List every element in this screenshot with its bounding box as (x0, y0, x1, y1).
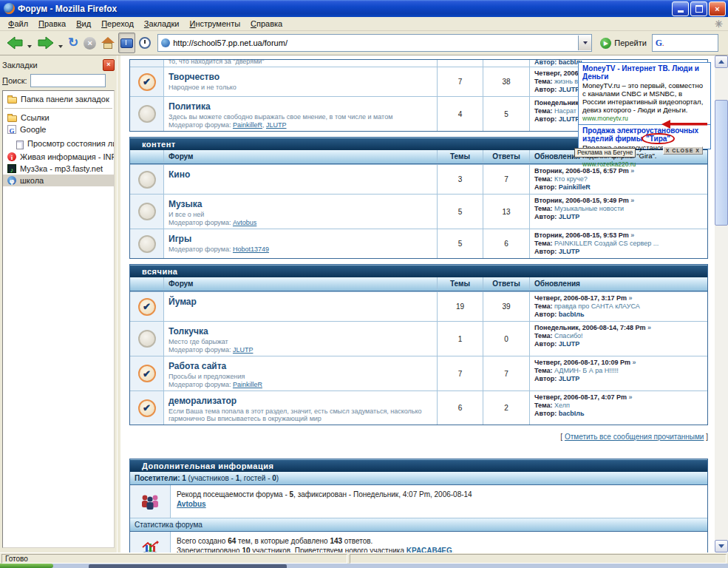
forum-status-icon (138, 365, 156, 382)
moderator-link[interactable]: Avtobus (233, 219, 256, 226)
bookmark-icon (7, 125, 16, 134)
forum-description: Место где барыжат (169, 338, 432, 345)
bookmarks-sidebar-button[interactable] (118, 33, 135, 53)
scroll-down-arrow[interactable] (715, 540, 728, 552)
bookmarks-list: Папка панели закладок Ссылки Google Прос… (2, 90, 115, 548)
taskbar-window-button[interactable] (89, 564, 287, 568)
column-icon-spacer (130, 150, 163, 163)
menu-item[interactable]: Инструменты (184, 18, 245, 30)
begun-provider-label[interactable]: Реклама на Бегуне (574, 148, 636, 158)
reload-icon: ↻ (68, 36, 78, 50)
home-icon (101, 37, 115, 49)
forum-description: Просьбы и предложения (169, 373, 432, 380)
forum-link[interactable]: Игры (169, 234, 191, 244)
menu-bar: Файл Правка Вид Переход Закладки Инструм… (0, 17, 728, 31)
bookmark-item[interactable]: школа (3, 175, 114, 186)
forum-link[interactable]: Толкучка (169, 326, 208, 337)
forum-row: Кино Модератор форума: 3 7 Вторник, 20 (130, 164, 707, 194)
back-button[interactable] (4, 33, 25, 53)
last-post-date: Вторник, 2006-08-15, 9:53 Pm (534, 231, 703, 240)
sidebar-search-input[interactable] (30, 74, 106, 87)
back-dropdown[interactable] (27, 45, 32, 48)
stop-button[interactable]: × (82, 33, 98, 53)
last-post-topic: Хелп (554, 402, 570, 409)
menu-item[interactable]: Файл (3, 18, 33, 30)
bookmark-item[interactable]: Муз3ка - mp3.fasty.net (3, 163, 114, 175)
forum-link[interactable]: Политика (169, 101, 211, 112)
last-update-cell: Вторник, 2006-08-15, 9:49 Pm Тема: Музык… (529, 195, 707, 229)
forward-icon (37, 36, 55, 50)
scrollbar-thumb[interactable] (715, 100, 728, 226)
replies-count: 6 (483, 229, 529, 258)
bookmark-item[interactable]: Просмотр состояния лицевог... (3, 135, 114, 151)
forum-description: то, что находится за "дверями" (169, 60, 432, 65)
bookmark-label: Ссылки (21, 113, 50, 122)
bookmark-item-toolbar-folder[interactable]: Папка панели закладок (3, 93, 114, 105)
menu-item[interactable]: Правка (33, 18, 71, 30)
forum-link[interactable]: Музыка (169, 199, 202, 209)
last-post-topic: PAINKILLER Создай CS сервер ... (554, 240, 659, 247)
sidebar-close-icon[interactable]: × (103, 59, 115, 71)
visitors-people-icon (140, 493, 160, 510)
moderator-links: Hobot13749 (233, 246, 269, 253)
window-title: Форум - Mozilla Firefox (18, 4, 672, 14)
menu-item[interactable]: Переход (96, 18, 139, 30)
moderator-link[interactable]: JLUTP (233, 346, 254, 354)
bookmark-icon (16, 141, 24, 149)
ad1-title-link[interactable]: MoneyTV - Интернет ТВ. Люди и Деньги (582, 64, 707, 81)
topic-label: Тема: (534, 78, 552, 85)
bookmark-item[interactable]: Google (3, 124, 114, 135)
bookmarks-sidebar: Закладки × Поиск: Папка панели закладок … (0, 55, 117, 552)
menu-item[interactable]: Закладки (139, 18, 185, 30)
minimize-button[interactable] (672, 1, 689, 16)
ad2-url-link[interactable]: www.rozetka220.ru (582, 160, 707, 169)
new-member-link[interactable]: KPACAB4EG (406, 547, 452, 552)
menu-item[interactable]: Вид (71, 18, 96, 30)
menu-item[interactable]: Справка (245, 18, 288, 30)
replies-count: 39 (483, 292, 529, 321)
forum-status-icon (138, 399, 156, 417)
moderator-label: Модератор форума: (169, 381, 231, 388)
mark-all-read-link[interactable]: Отметить все сообщения прочитанными (565, 433, 704, 441)
moderator-link[interactable]: PainkilleR (233, 121, 262, 129)
url-bar[interactable]: http://school57.pp.net.ua/forum/ (157, 34, 592, 52)
forum-link[interactable]: деморализатор (169, 396, 237, 406)
bookmark-item[interactable]: Живая информация - INFOST... (3, 151, 114, 163)
forum-link[interactable]: Кино (169, 169, 190, 180)
record-user-link[interactable]: Avtobus (177, 500, 206, 508)
column-forum: Форум (163, 277, 437, 291)
home-button[interactable] (100, 33, 116, 53)
moderator-label: Модератор форума: (169, 219, 231, 226)
forum-description: Народное и не только (169, 84, 432, 91)
moderator-link[interactable]: PainkilleR (233, 381, 262, 388)
url-input[interactable]: http://school57.pp.net.ua/forum/ (173, 38, 578, 47)
forum-status-icon (138, 298, 156, 316)
firefox-icon (4, 3, 15, 14)
reload-button[interactable]: ↻ (67, 33, 80, 53)
moderator-link[interactable]: JLUTP (266, 121, 287, 129)
scroll-up-arrow[interactable] (715, 55, 728, 68)
column-replies: Ответы (483, 277, 529, 291)
url-dropdown[interactable] (578, 36, 591, 50)
site-favicon (161, 38, 170, 47)
forward-dropdown[interactable] (58, 45, 63, 48)
replies-count: 7 (483, 356, 529, 390)
moderator-label: Модератор форума: (169, 246, 231, 253)
go-button[interactable]: ▶ Перейти (597, 38, 650, 49)
forum-link[interactable]: Йумар (169, 297, 197, 307)
forum-link[interactable]: Работа сайта (169, 361, 226, 371)
forum-link[interactable]: Творчество (169, 72, 220, 82)
moderator-link[interactable]: Hobot13749 (233, 246, 269, 253)
topic-label: Тема: (534, 175, 552, 183)
last-update-cell: Понедельник, 2006-08-14, 7:48 Pm Тема: С… (529, 322, 707, 356)
restore-button[interactable] (690, 1, 707, 16)
vertical-scrollbar[interactable] (715, 55, 728, 552)
history-button[interactable] (137, 33, 152, 53)
start-button[interactable] (0, 564, 53, 568)
close-button[interactable]: × (709, 1, 726, 16)
bookmark-item[interactable]: Ссылки (3, 112, 114, 124)
ad-close-button[interactable]: X CLOSE X (663, 146, 703, 155)
search-box[interactable]: G. (652, 34, 718, 52)
forward-button[interactable] (35, 33, 56, 53)
last-post-author: bacbIль (559, 311, 585, 318)
